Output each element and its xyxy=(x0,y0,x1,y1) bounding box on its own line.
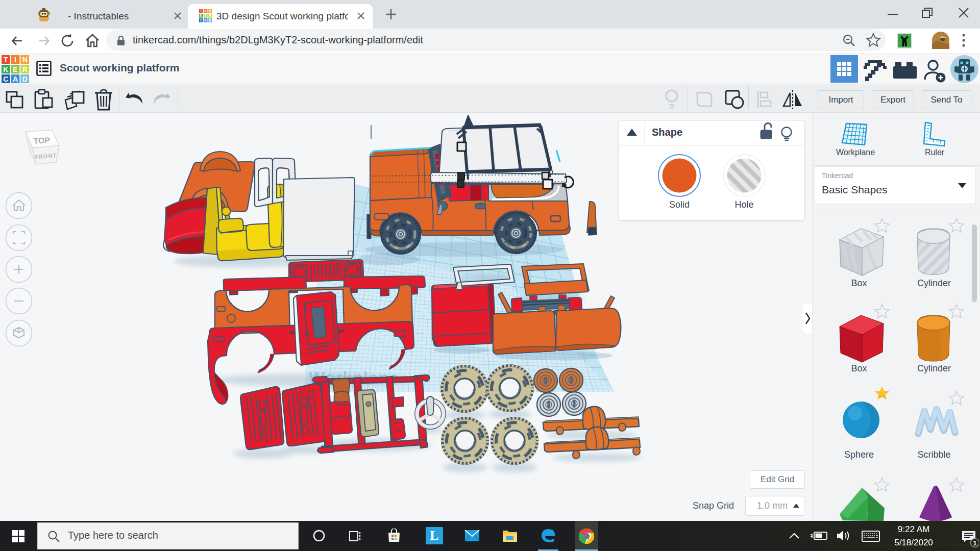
svg-text:1: 1 xyxy=(973,539,977,547)
svg-text:TOP: TOP xyxy=(33,136,51,145)
